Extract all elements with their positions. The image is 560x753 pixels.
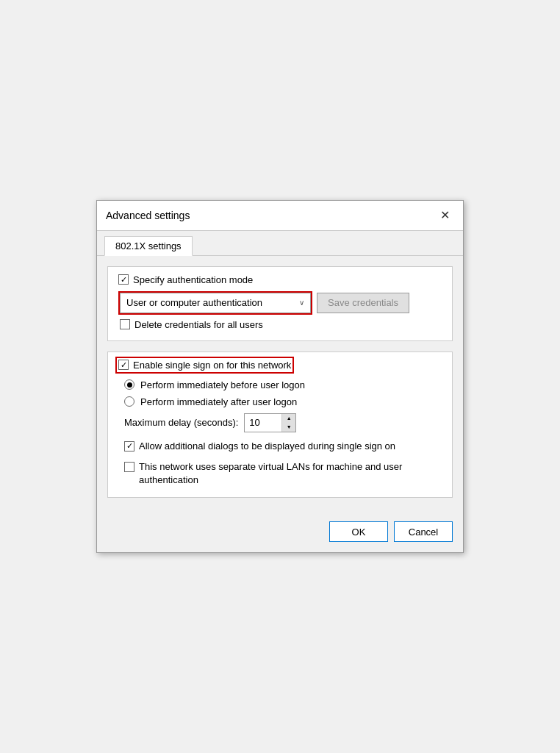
- radio-before-option[interactable]: Perform immediately before user logon: [124, 379, 442, 390]
- allow-dialogs-row: Allow additional dialogs to be displayed…: [124, 440, 442, 453]
- delete-credentials-row: Delete credentials for all users: [120, 319, 442, 330]
- allow-dialogs-checkbox-label[interactable]: Allow additional dialogs to be displayed…: [124, 440, 395, 453]
- tab-802-1x[interactable]: 802.1X settings: [104, 236, 193, 256]
- save-credentials-button[interactable]: Save credentials: [317, 293, 409, 313]
- virtual-lans-label: This network uses separate virtual LANs …: [139, 460, 442, 487]
- tab-bar: 802.1X settings: [97, 231, 463, 256]
- title-bar: Advanced settings ✕: [97, 201, 463, 231]
- ok-button[interactable]: OK: [329, 521, 388, 542]
- radio-after-option[interactable]: Perform immediately after user logon: [124, 396, 442, 407]
- cancel-button[interactable]: Cancel: [394, 521, 453, 542]
- dialog-title: Advanced settings: [106, 210, 190, 221]
- content-area: Specify authentication mode User or comp…: [97, 256, 463, 516]
- max-delay-label: Maximum delay (seconds):: [124, 417, 238, 428]
- delete-credentials-checkbox[interactable]: [120, 319, 130, 329]
- specify-auth-mode-checkbox-label[interactable]: Specify authentication mode: [118, 274, 253, 285]
- spinbox-buttons: ▲ ▼: [281, 414, 295, 432]
- sso-group: Enable single sign on for this network P…: [107, 351, 453, 499]
- max-delay-row: Maximum delay (seconds): ▲ ▼: [124, 413, 442, 432]
- virtual-lans-checkbox[interactable]: [124, 462, 134, 472]
- virtual-lans-checkbox-label[interactable]: This network uses separate virtual LANs …: [124, 460, 442, 487]
- delete-credentials-label: Delete credentials for all users: [134, 319, 263, 330]
- chevron-down-icon: ∨: [299, 299, 304, 307]
- max-delay-input[interactable]: [245, 414, 281, 432]
- radio-before-button[interactable]: [124, 379, 134, 390]
- enable-sso-label: Enable single sign on for this network: [133, 360, 291, 371]
- delete-credentials-checkbox-label[interactable]: Delete credentials for all users: [120, 319, 263, 330]
- specify-auth-mode-label: Specify authentication mode: [133, 274, 253, 285]
- auth-mode-legend: Specify authentication mode: [118, 274, 442, 285]
- auth-mode-dropdown-value: User or computer authentication: [126, 297, 299, 308]
- auth-mode-dropdown[interactable]: User or computer authentication ∨: [120, 293, 311, 313]
- spinbox-down-button[interactable]: ▼: [282, 423, 295, 432]
- radio-before-label: Perform immediately before user logon: [140, 379, 305, 390]
- auth-mode-group: Specify authentication mode User or comp…: [107, 266, 453, 341]
- max-delay-spinbox[interactable]: ▲ ▼: [244, 413, 296, 432]
- close-button[interactable]: ✕: [436, 208, 454, 223]
- allow-dialogs-label: Allow additional dialogs to be displayed…: [139, 440, 395, 453]
- allow-dialogs-checkbox[interactable]: [124, 441, 134, 452]
- radio-after-label: Perform immediately after user logon: [140, 396, 297, 407]
- virtual-lans-row: This network uses separate virtual LANs …: [124, 460, 442, 487]
- sso-legend: Enable single sign on for this network: [118, 360, 442, 371]
- radio-after-button[interactable]: [124, 396, 134, 407]
- dropdown-row: User or computer authentication ∨ Save c…: [120, 293, 442, 313]
- bottom-buttons: OK Cancel: [97, 515, 463, 552]
- enable-sso-checkbox[interactable]: [118, 360, 129, 370]
- advanced-settings-dialog: Advanced settings ✕ 802.1X settings Spec…: [96, 200, 464, 554]
- specify-auth-mode-checkbox[interactable]: [118, 274, 129, 285]
- enable-sso-checkbox-label[interactable]: Enable single sign on for this network: [118, 360, 291, 371]
- spinbox-up-button[interactable]: ▲: [282, 414, 295, 423]
- tab-802-1x-label: 802.1X settings: [115, 240, 182, 251]
